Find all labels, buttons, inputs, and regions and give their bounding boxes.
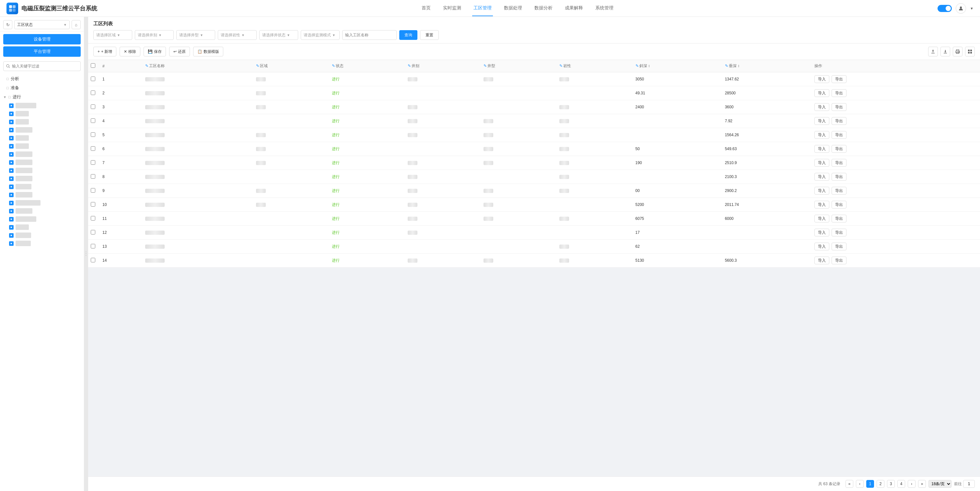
export-button-11[interactable]: 导出 xyxy=(832,215,846,223)
import-button-7[interactable]: 导入 xyxy=(815,159,829,167)
monitor-mode-select[interactable]: 请选择监测模式 ▼ xyxy=(301,30,340,40)
device-manage-button[interactable]: 设备管理 xyxy=(3,34,81,45)
import-button-9[interactable]: 导入 xyxy=(815,187,829,194)
query-button[interactable]: 查询 xyxy=(399,30,417,40)
user-dropdown-arrow[interactable]: ▼ xyxy=(970,6,974,10)
row-checkbox-3[interactable] xyxy=(88,100,100,114)
tree-child-12[interactable]: ■ 某工区才 xyxy=(0,191,84,199)
row-checkbox-4[interactable] xyxy=(88,114,100,128)
tree-child-11[interactable]: ■ 某C工区 xyxy=(0,183,84,191)
import-button-10[interactable]: 导入 xyxy=(815,201,829,209)
page-last-button[interactable]: » xyxy=(918,480,926,488)
export-button-8[interactable]: 导出 xyxy=(832,173,846,181)
user-avatar[interactable] xyxy=(956,3,966,14)
row-checkbox-5[interactable] xyxy=(88,128,100,142)
data-version-button[interactable]: 📋 数据模版 xyxy=(193,47,223,56)
print-button[interactable] xyxy=(953,47,963,56)
restore-button[interactable]: ↩ 还原 xyxy=(169,47,190,56)
export-button-6[interactable]: 导出 xyxy=(832,145,846,153)
row-checkbox-11[interactable] xyxy=(88,212,100,226)
import-button-6[interactable]: 导入 xyxy=(815,145,829,153)
row-checkbox-13[interactable] xyxy=(88,240,100,253)
refresh-button[interactable]: ↻ xyxy=(3,20,12,29)
reset-button[interactable]: 重置 xyxy=(420,30,439,40)
tree-child-14[interactable]: ■ 某工区页 xyxy=(0,207,84,215)
tree-child-13[interactable]: ■ 某工区页4H井 xyxy=(0,199,84,207)
tree-child-15[interactable]: ■ 某工区页11 xyxy=(0,215,84,223)
download-button[interactable] xyxy=(940,47,950,56)
export-button-1[interactable]: 导出 xyxy=(832,75,846,83)
area-select[interactable]: 请选择区域 ▼ xyxy=(93,30,132,40)
tree-child-16[interactable]: ■ 某12-1 xyxy=(0,223,84,231)
sidebar-search-input[interactable] xyxy=(12,64,78,69)
page-first-button[interactable]: « xyxy=(845,480,853,488)
nav-result[interactable]: 成果解释 xyxy=(563,1,584,16)
tree-child-2[interactable]: ■ 某工区 xyxy=(0,110,84,118)
tree-child-10[interactable]: ■ 某工区井 xyxy=(0,174,84,183)
export-button-4[interactable]: 导出 xyxy=(832,117,846,125)
row-checkbox-2[interactable] xyxy=(88,86,100,100)
tree-item-analysis[interactable]: □ 分析 xyxy=(0,74,84,83)
page-size-select[interactable]: 18条/页 10条/页 50条/页 xyxy=(929,480,951,488)
import-button-11[interactable]: 导入 xyxy=(815,215,829,223)
name-input[interactable] xyxy=(342,30,397,40)
tree-item-prepare[interactable]: □ 准备 xyxy=(0,83,84,92)
tree-child-5[interactable]: ■ 某工区 xyxy=(0,134,84,142)
nav-data-analysis[interactable]: 数据分析 xyxy=(533,1,554,16)
tree-child-1[interactable]: ■ 某工区71井 xyxy=(0,102,84,110)
export-button-5[interactable]: 导出 xyxy=(832,131,846,139)
platform-manage-button[interactable]: 平台管理 xyxy=(3,46,81,57)
tree-child-8[interactable]: ■ 某工区井 xyxy=(0,158,84,166)
row-checkbox-10[interactable] xyxy=(88,198,100,212)
page-3-button[interactable]: 3 xyxy=(887,480,895,488)
export-button-9[interactable]: 导出 xyxy=(832,187,846,194)
layout-button[interactable] xyxy=(965,47,975,56)
well-status-select[interactable]: 请选择井状态 ▼ xyxy=(259,30,298,40)
page-1-button[interactable]: 1 xyxy=(866,480,874,488)
tree-group-inprogress[interactable]: ▼ □ 进行 xyxy=(0,92,84,102)
nav-home[interactable]: 首页 xyxy=(420,1,432,16)
tree-child-9[interactable]: ■ 某工区井 xyxy=(0,166,84,174)
tree-child-6[interactable]: ■ 某工区 xyxy=(0,142,84,150)
import-button-5[interactable]: 导入 xyxy=(815,131,829,139)
page-next-button[interactable]: › xyxy=(908,480,915,488)
row-checkbox-1[interactable] xyxy=(88,72,100,86)
import-button-3[interactable]: 导入 xyxy=(815,103,829,111)
nav-realtime[interactable]: 实时监测 xyxy=(442,1,463,16)
tree-child-18[interactable]: ■ 双1-3 i3 xyxy=(0,239,84,247)
export-button-14[interactable]: 导出 xyxy=(832,257,846,264)
select-all-checkbox[interactable] xyxy=(91,63,95,68)
import-button-14[interactable]: 导入 xyxy=(815,257,829,264)
sidebar-collapse-handle[interactable]: ··· xyxy=(84,17,88,491)
remove-button[interactable]: ✕ 移除 xyxy=(119,47,140,56)
export-button-2[interactable]: 导出 xyxy=(832,89,846,97)
import-button-8[interactable]: 导入 xyxy=(815,173,829,181)
page-4-button[interactable]: 4 xyxy=(897,480,905,488)
row-checkbox-6[interactable] xyxy=(88,142,100,156)
import-button-12[interactable]: 导入 xyxy=(815,229,829,236)
export-button-10[interactable]: 导出 xyxy=(832,201,846,209)
page-jump-input[interactable] xyxy=(963,480,975,488)
nav-system[interactable]: 系统管理 xyxy=(594,1,615,16)
home-button[interactable]: ⌂ xyxy=(72,20,81,29)
import-button-4[interactable]: 导入 xyxy=(815,117,829,125)
row-checkbox-8[interactable] xyxy=(88,170,100,184)
row-checkbox-12[interactable] xyxy=(88,226,100,240)
page-2-button[interactable]: 2 xyxy=(877,480,885,488)
tree-child-17[interactable]: ■ Z某工区 xyxy=(0,231,84,239)
export-button-7[interactable]: 导出 xyxy=(832,159,846,167)
tree-child-4[interactable]: ■ 某工区井 xyxy=(0,126,84,134)
well-type-select[interactable]: 请选择井别 ▼ xyxy=(135,30,174,40)
export-button-3[interactable]: 导出 xyxy=(832,103,846,111)
import-button-13[interactable]: 导入 xyxy=(815,242,829,250)
import-button-1[interactable]: 导入 xyxy=(815,75,829,83)
save-button[interactable]: 💾 保存 xyxy=(143,47,166,56)
import-button-2[interactable]: 导入 xyxy=(815,89,829,97)
nav-workzone[interactable]: 工区管理 xyxy=(472,1,493,16)
upload-button[interactable] xyxy=(928,47,938,56)
row-checkbox-9[interactable] xyxy=(88,184,100,198)
export-button-13[interactable]: 导出 xyxy=(832,242,846,250)
nav-data-process[interactable]: 数据处理 xyxy=(503,1,523,16)
rock-select[interactable]: 请选择岩性 ▼ xyxy=(218,30,257,40)
export-button-12[interactable]: 导出 xyxy=(832,229,846,236)
